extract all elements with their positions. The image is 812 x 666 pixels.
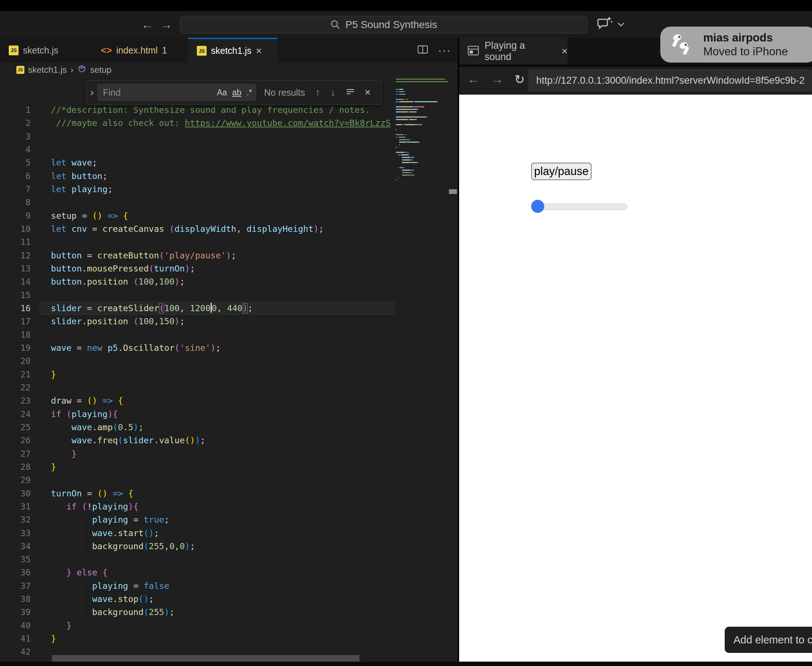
code-line[interactable]: ///maybe also check out: https://www.you… — [39, 117, 395, 130]
tab-playing-a-sound[interactable]: Playing a sound × — [459, 38, 568, 64]
browser-tab-close-icon[interactable]: × — [562, 46, 568, 56]
match-case-icon[interactable]: Aa — [217, 88, 227, 97]
menu-bar-strip — [0, 0, 812, 11]
frequency-slider[interactable] — [533, 203, 627, 210]
code-line[interactable] — [39, 196, 395, 209]
toggle-replace-chevron-icon[interactable]: › — [87, 87, 97, 98]
code-line[interactable]: button = createButton('play/pause'); — [39, 249, 395, 262]
command-center-search[interactable]: P5 Sound Synthesis — [180, 16, 588, 33]
breadcrumb-file[interactable]: sketch1.js — [28, 65, 67, 75]
find-results-count: No results — [264, 87, 305, 98]
code-line[interactable]: } — [39, 460, 395, 473]
history-back-button[interactable]: ← — [141, 11, 153, 38]
code-line[interactable] — [39, 236, 395, 249]
tab-modified-badge: 1 — [162, 45, 167, 56]
code-line[interactable]: wave.amp(0.5); — [39, 421, 395, 434]
code-line[interactable]: let wave; — [39, 156, 395, 169]
preview-window-icon — [467, 45, 479, 58]
browser-navbar: ← → ↻ http://127.0.0.1:3000/index.html?s… — [459, 67, 812, 95]
split-editor-icon[interactable] — [417, 45, 428, 56]
breadcrumb-separator: › — [71, 65, 74, 75]
copilot-chat-icon[interactable] — [597, 16, 613, 33]
code-line[interactable] — [39, 328, 395, 341]
code-line[interactable] — [39, 130, 395, 143]
window-bottom-edge — [0, 662, 812, 666]
code-line[interactable]: if (playing){ — [39, 407, 395, 421]
html-file-icon: <> — [101, 45, 112, 56]
code-line[interactable] — [39, 288, 395, 302]
code-line[interactable]: button.mousePressed(turnOn); — [39, 262, 395, 275]
code-line[interactable]: button.position (100,100); — [39, 275, 395, 288]
code-editor[interactable]: 1234567891011121314151617181920212223242… — [0, 77, 458, 662]
code-line[interactable]: setup = () => { — [39, 209, 395, 223]
code-line[interactable]: if (!playing){ — [39, 500, 395, 513]
find-input[interactable]: Find Aa ab .* — [97, 84, 256, 101]
url-input[interactable]: http://127.0.0.1:3000/index.html?serverW… — [528, 69, 812, 92]
code-line[interactable]: background(255); — [39, 606, 395, 619]
tab-close-icon[interactable]: × — [256, 46, 262, 56]
add-element-to-chat-button[interactable]: Add element to chat — [725, 627, 812, 653]
code-line[interactable] — [39, 473, 395, 486]
code-line[interactable] — [39, 143, 395, 156]
browser-viewport: play/pause — [459, 95, 812, 662]
history-forward-button[interactable]: → — [160, 11, 173, 38]
code-line[interactable]: wave.freq(slider.value()); — [39, 434, 395, 447]
airpods-notification[interactable]: mias airpods Moved to iPhone — [660, 26, 812, 63]
code-line[interactable]: } — [39, 632, 395, 645]
code-line[interactable]: } — [39, 368, 395, 381]
code-line[interactable]: background(255,0,0); — [39, 540, 395, 553]
code-line[interactable]: wave.stop(); — [39, 592, 395, 606]
code-line[interactable]: slider.position (100,150); — [39, 315, 395, 328]
breadcrumb: JS sketch1.js › setup — [0, 63, 458, 77]
browser-forward-icon[interactable]: → — [491, 72, 504, 86]
code-line[interactable]: slider = createSlider(100, 12000, 440); — [39, 302, 395, 315]
whole-word-icon[interactable]: ab — [232, 88, 242, 97]
tab-label: sketch1.js — [211, 46, 251, 56]
code-line[interactable] — [39, 354, 395, 368]
editor-tabbar: JS sketch.js <> index.html 1 JS sketch1.… — [0, 38, 458, 63]
code-lines[interactable]: //*description: Synthesize sound and pla… — [39, 103, 395, 659]
code-line[interactable] — [39, 381, 395, 394]
code-line[interactable]: wave.start(); — [39, 527, 395, 540]
code-line[interactable]: let button; — [39, 170, 395, 183]
code-line[interactable]: playing = true; — [39, 513, 395, 526]
find-previous-icon[interactable]: ↑ — [315, 87, 321, 98]
tab-label: sketch.js — [23, 45, 58, 56]
code-line[interactable]: //*description: Synthesize sound and pla… — [39, 103, 395, 117]
tab-index-html[interactable]: <> index.html 1 — [92, 38, 188, 63]
more-actions-icon[interactable]: ··· — [438, 44, 451, 56]
code-line[interactable]: draw = () => { — [39, 394, 395, 407]
line-number-gutter: 1234567891011121314151617181920212223242… — [0, 103, 31, 659]
find-close-icon[interactable]: × — [365, 87, 371, 98]
minimap[interactable] — [396, 78, 448, 184]
scrollbar-thumb[interactable] — [449, 189, 457, 194]
find-widget: › Find Aa ab .* No results ↑ ↓ × — [86, 80, 382, 105]
find-next-icon[interactable]: ↓ — [331, 87, 336, 98]
code-line[interactable]: wave = new p5.Oscillator('sine'); — [39, 341, 395, 354]
code-line[interactable] — [39, 553, 395, 566]
code-line[interactable]: let playing; — [39, 183, 395, 196]
code-line[interactable]: } else { — [39, 566, 395, 579]
play-pause-button[interactable]: play/pause — [531, 163, 591, 180]
breadcrumb-symbol[interactable]: setup — [90, 65, 112, 75]
code-line[interactable]: } — [39, 447, 395, 460]
tab-label: index.html — [116, 45, 158, 56]
find-placeholder: Find — [103, 87, 212, 98]
slider-thumb[interactable] — [531, 200, 544, 213]
tab-sketch-js[interactable]: JS sketch.js — [0, 38, 92, 63]
chevron-down-icon[interactable] — [616, 21, 626, 29]
code-line[interactable]: turnOn = () => { — [39, 487, 395, 500]
code-line[interactable]: let cnv = createCanvas (displayWidth, di… — [39, 223, 395, 236]
code-line[interactable]: playing = false — [39, 579, 395, 592]
tab-sketch1-js[interactable]: JS sketch1.js × — [188, 38, 278, 63]
browser-reload-icon[interactable]: ↻ — [514, 72, 525, 87]
notification-subtitle: Moved to iPhone — [703, 45, 788, 59]
javascript-file-icon: JS — [9, 46, 18, 55]
screen: ← → P5 Sound Synthesis JS sketch.js <> i… — [0, 0, 812, 666]
find-in-selection-icon[interactable] — [345, 87, 356, 98]
javascript-file-icon: JS — [16, 66, 25, 74]
code-line[interactable]: } — [39, 619, 395, 632]
regex-icon[interactable]: .* — [247, 88, 252, 97]
browser-back-icon[interactable]: ← — [467, 72, 479, 86]
javascript-file-icon: JS — [197, 46, 207, 56]
